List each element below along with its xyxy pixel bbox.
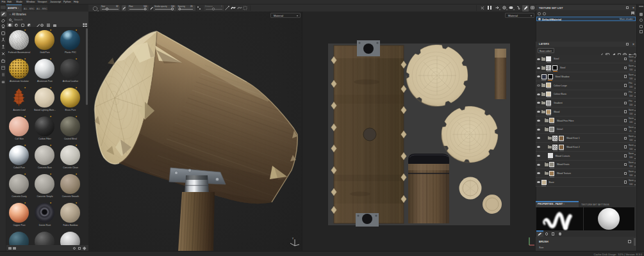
svg-text:y: y xyxy=(292,236,293,239)
